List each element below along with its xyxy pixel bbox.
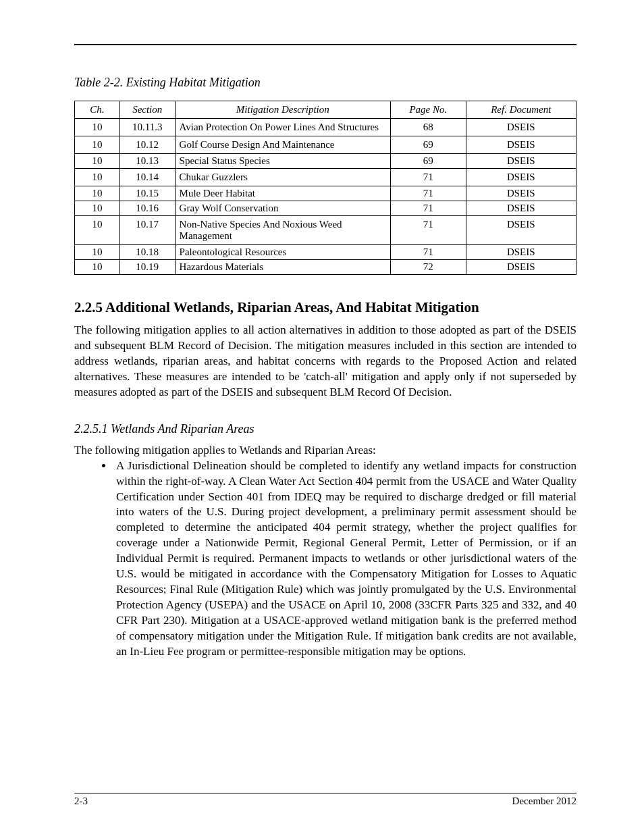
section-heading-mitigation: 2.2.5 Additional Wetlands, Riparian Area…: [74, 299, 576, 316]
table-row: 10 10.12 Golf Course Design And Maintena…: [75, 136, 576, 154]
subsection-heading-wra: 2.2.5.1 Wetlands And Riparian Areas: [74, 422, 576, 436]
table-row: 10 10.17 Non-Native Species And Noxious …: [75, 216, 576, 245]
table-caption: Table 2-2. Existing Habitat Mitigation: [74, 76, 576, 90]
table-row: 10 10.18 Paleontological Resources 71 DS…: [75, 245, 576, 260]
table-row: 10 10.14 Chukar Guzzlers 71 DSEIS: [75, 169, 576, 186]
page-footer: 2-3 December 2012: [74, 793, 576, 807]
table-row: 10 10.19 Hazardous Materials 72 DSEIS: [75, 260, 576, 275]
th-ref: Ref. Document: [466, 101, 576, 119]
th-section: Section: [119, 101, 175, 119]
table-row: 10 10.13 Special Status Species 69 DSEIS: [75, 154, 576, 169]
mitigation-table: Ch. Section Mitigation Description Page …: [74, 101, 576, 275]
wra-lead-paragraph: The following mitigation applies to Wetl…: [74, 443, 576, 459]
table-row: 10 10.16 Gray Wolf Conservation 71 DSEIS: [75, 201, 576, 216]
footer-page-number: 2-3: [74, 796, 88, 807]
wra-bullet-list: A Jurisdictional Delineation should be c…: [74, 459, 576, 660]
th-desc: Mitigation Description: [175, 101, 391, 119]
table-header-row: Ch. Section Mitigation Description Page …: [75, 101, 576, 119]
footer-date: December 2012: [512, 796, 576, 807]
table-row: 10 10.15 Mule Deer Habitat 71 DSEIS: [75, 186, 576, 201]
footer-rule: [74, 793, 576, 793]
th-page: Page No.: [391, 101, 466, 119]
section-intro-paragraph: The following mitigation applies to all …: [74, 323, 576, 400]
header-rule: [74, 44, 576, 45]
table-row: 10 10.11.3 Avian Protection On Power Lin…: [75, 119, 576, 136]
list-item: A Jurisdictional Delineation should be c…: [113, 459, 576, 660]
th-ch: Ch.: [75, 101, 120, 119]
table-body: 10 10.11.3 Avian Protection On Power Lin…: [75, 119, 576, 275]
